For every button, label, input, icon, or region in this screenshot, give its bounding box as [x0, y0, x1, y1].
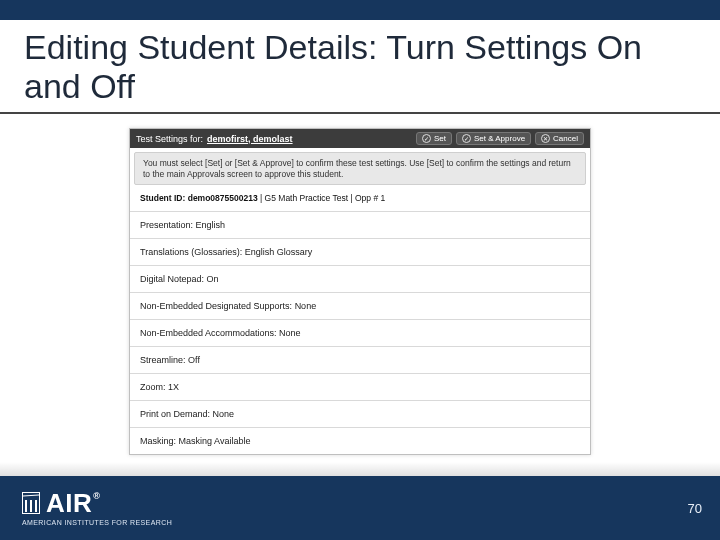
cancel-button-label: Cancel	[553, 134, 578, 143]
dialog-header-left: Test Settings for: demofirst, demolast	[136, 134, 293, 144]
screenshot-panel: Test Settings for: demofirst, demolast S…	[129, 128, 591, 455]
setting-label: Digital Notepad:	[140, 274, 204, 284]
table-row: Zoom: 1X	[130, 374, 590, 401]
slide: Editing Student Details: Turn Settings O…	[0, 0, 720, 540]
setting-label: Zoom:	[140, 382, 166, 392]
logo-text-value: AIR	[46, 488, 92, 518]
logo-subtext: AMERICAN INSTITUTES FOR RESEARCH	[22, 519, 172, 526]
dialog-header: Test Settings for: demofirst, demolast S…	[130, 129, 590, 148]
page-number: 70	[688, 501, 702, 516]
student-id-row: Student ID: demo0875500213 | G5 Math Pra…	[130, 189, 590, 212]
table-row: Digital Notepad: On	[130, 266, 590, 293]
table-row: Presentation: English	[130, 212, 590, 239]
setting-value: On	[207, 274, 219, 284]
setting-label: Non-Embedded Designated Supports:	[140, 301, 292, 311]
test-info: | G5 Math Practice Test | Opp # 1	[260, 193, 385, 203]
slide-title: Editing Student Details: Turn Settings O…	[24, 28, 696, 106]
student-id-label: Student ID:	[140, 193, 185, 203]
logo-icon	[22, 492, 40, 514]
set-button[interactable]: Set	[416, 132, 452, 145]
table-row: Non-Embedded Accommodations: None	[130, 320, 590, 347]
setting-label: Print on Demand:	[140, 409, 210, 419]
cancel-button[interactable]: Cancel	[535, 132, 584, 145]
set-approve-button[interactable]: Set & Approve	[456, 132, 531, 145]
setting-value: None	[213, 409, 235, 419]
setting-label: Presentation:	[140, 220, 193, 230]
check-icon	[422, 134, 431, 143]
setting-value: English Glossary	[245, 247, 313, 257]
table-row: Non-Embedded Designated Supports: None	[130, 293, 590, 320]
setting-value: None	[295, 301, 317, 311]
registered-icon: ®	[93, 491, 100, 501]
table-row: Print on Demand: None	[130, 401, 590, 428]
table-row: Streamline: Off	[130, 347, 590, 374]
student-id-value: demo0875500213	[188, 193, 258, 203]
top-accent-bar	[0, 0, 720, 20]
dialog-header-buttons: Set Set & Approve Cancel	[416, 132, 584, 145]
setting-label: Non-Embedded Accommodations:	[140, 328, 277, 338]
setting-value: Masking Available	[179, 436, 251, 446]
dialog-student-name: demofirst, demolast	[207, 134, 293, 144]
set-button-label: Set	[434, 134, 446, 143]
close-icon	[541, 134, 550, 143]
instruction-banner: You must select [Set] or [Set & Approve]…	[134, 152, 586, 185]
setting-label: Streamline:	[140, 355, 186, 365]
check-icon	[462, 134, 471, 143]
setting-value: None	[279, 328, 301, 338]
set-approve-button-label: Set & Approve	[474, 134, 525, 143]
footer-shadow	[0, 462, 720, 476]
logo-row: AIR®	[22, 490, 172, 516]
setting-value: 1X	[168, 382, 179, 392]
setting-value: Off	[188, 355, 200, 365]
table-row: Translations (Glossaries): English Gloss…	[130, 239, 590, 266]
setting-value: English	[196, 220, 226, 230]
setting-label: Translations (Glossaries):	[140, 247, 242, 257]
setting-label: Masking:	[140, 436, 176, 446]
logo-block: AIR® AMERICAN INSTITUTES FOR RESEARCH	[22, 490, 172, 526]
logo-text: AIR®	[46, 490, 99, 516]
footer-bar: AIR® AMERICAN INSTITUTES FOR RESEARCH 70	[0, 476, 720, 540]
dialog-header-prefix: Test Settings for:	[136, 134, 203, 144]
title-area: Editing Student Details: Turn Settings O…	[0, 20, 720, 114]
table-row: Masking: Masking Available	[130, 428, 590, 454]
